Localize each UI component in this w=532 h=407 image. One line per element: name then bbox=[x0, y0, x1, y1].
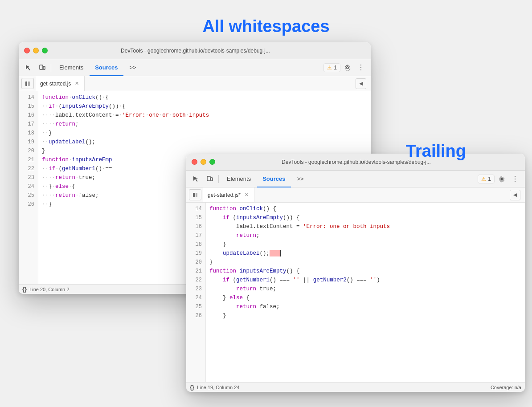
file-tab-collapse-bottom[interactable]: ◀ bbox=[510, 190, 520, 200]
code-line-18-top: ··} bbox=[42, 129, 367, 138]
svg-rect-3 bbox=[28, 81, 30, 86]
toolbar-bottom: Elements Sources >> ⚠ 1 ⋮ bbox=[186, 171, 525, 187]
file-tab-collapse-top[interactable]: ◀ bbox=[356, 78, 366, 89]
titlebar-bottom: DevTools - googlechrome.github.io/devtoo… bbox=[186, 154, 525, 171]
more-icon-top[interactable]: ⋮ bbox=[355, 61, 367, 74]
file-tab-top[interactable]: get-started.js ✕ bbox=[36, 76, 85, 91]
file-tab-close-bottom[interactable]: ✕ bbox=[243, 192, 250, 198]
devtools-window-bottom: DevTools - googlechrome.github.io/devtoo… bbox=[186, 154, 525, 392]
code-line-16-bottom: label.textContent = 'Error: one or both … bbox=[209, 222, 521, 231]
close-button-bottom[interactable] bbox=[192, 159, 197, 165]
titlebar-top: DevTools - googlechrome.github.io/devtoo… bbox=[19, 42, 371, 59]
file-panel-toggle-bottom[interactable] bbox=[189, 189, 201, 200]
warning-badge-top[interactable]: ⚠ 1 bbox=[323, 63, 340, 72]
warning-icon-top: ⚠ bbox=[327, 65, 332, 71]
code-line-20-bottom: } bbox=[209, 258, 521, 267]
maximize-button-bottom[interactable] bbox=[209, 159, 215, 165]
tab-sources-bottom[interactable]: Sources bbox=[257, 171, 291, 187]
inspect-icon-bottom[interactable] bbox=[190, 173, 202, 185]
code-line-19-top: ··updateLabel(); bbox=[42, 138, 367, 147]
code-line-17-bottom: return; bbox=[209, 231, 521, 240]
code-line-22-bottom: if (getNumber1() === '' || getNumber2() … bbox=[209, 276, 521, 285]
file-tab-end-top: ◀ bbox=[356, 76, 369, 91]
status-coverage-bottom: Coverage: n/a bbox=[491, 385, 521, 390]
code-lines-bottom: function onClick() { if (inputsAreEmpty(… bbox=[206, 203, 525, 382]
toolbar-top: Elements Sources >> ⚠ 1 ⋮ bbox=[19, 59, 371, 76]
warning-count-top: 1 bbox=[334, 65, 337, 71]
svg-rect-0 bbox=[40, 65, 43, 69]
device-icon[interactable] bbox=[36, 61, 48, 74]
device-icon-bottom[interactable] bbox=[203, 173, 216, 185]
svg-rect-7 bbox=[193, 193, 195, 197]
page-title-trailing: Trailing bbox=[406, 142, 466, 161]
code-line-15-top: ··if·(inputsAreEmpty())·{ bbox=[42, 102, 367, 111]
status-text-top: Line 20, Column 2 bbox=[29, 287, 69, 292]
minimize-button-bottom[interactable] bbox=[201, 159, 206, 165]
code-line-17-top: ····return; bbox=[42, 120, 367, 129]
maximize-button-top[interactable] bbox=[42, 48, 48, 53]
file-tabs-bottom: get-started.js* ✕ ◀ bbox=[186, 187, 525, 203]
settings-icon-bottom[interactable] bbox=[495, 173, 508, 185]
warning-badge-bottom[interactable]: ⚠ 1 bbox=[478, 175, 495, 183]
file-panel-toggle-top[interactable] bbox=[21, 78, 34, 89]
svg-rect-1 bbox=[43, 66, 45, 69]
file-tabs-top: get-started.js ✕ ◀ bbox=[19, 76, 371, 91]
code-line-15-bottom: if (inputsAreEmpty()) { bbox=[209, 213, 521, 222]
minimize-button-top[interactable] bbox=[33, 48, 39, 53]
code-line-21-bottom: function inputsAreEmpty() { bbox=[209, 267, 521, 276]
status-braces-top: {} bbox=[22, 286, 27, 293]
toolbar-separator-1 bbox=[51, 64, 51, 72]
file-tab-name-bottom: get-started.js* bbox=[208, 192, 241, 198]
file-tab-name-top: get-started.js bbox=[40, 81, 71, 87]
inspect-icon[interactable] bbox=[22, 61, 35, 74]
toolbar-separator-bottom bbox=[218, 175, 219, 183]
svg-rect-2 bbox=[25, 81, 27, 86]
code-area-bottom: 1415161718 1920212223 242526 function on… bbox=[186, 203, 525, 382]
traffic-lights-top bbox=[24, 48, 48, 53]
more-icon-bottom[interactable]: ⋮ bbox=[509, 173, 521, 185]
traffic-lights-bottom bbox=[192, 159, 215, 165]
file-tab-end-bottom: ◀ bbox=[510, 187, 523, 202]
svg-rect-4 bbox=[207, 176, 210, 181]
code-line-25-bottom: return false; bbox=[209, 302, 521, 311]
status-braces-bottom: {} bbox=[190, 384, 194, 391]
tab-more-bottom[interactable]: >> bbox=[292, 171, 309, 187]
file-tab-bottom[interactable]: get-started.js* ✕ bbox=[203, 187, 254, 202]
code-line-16-top: ····label.textContent·=·'Error:·one·or·b… bbox=[42, 111, 367, 120]
page-title-all: All whitespaces bbox=[202, 17, 329, 36]
code-line-14-top: function·onClick()·{ bbox=[42, 93, 367, 102]
titlebar-text-top: DevTools - googlechrome.github.io/devtoo… bbox=[52, 48, 339, 54]
tab-sources-top[interactable]: Sources bbox=[90, 59, 123, 76]
code-line-14-bottom: function onClick() { bbox=[209, 204, 521, 213]
tab-elements-bottom[interactable]: Elements bbox=[221, 171, 256, 187]
status-bar-bottom: {} Line 19, Column 24 Coverage: n/a bbox=[186, 382, 525, 392]
line-numbers-top: 1415161718 1920212223 242526 bbox=[19, 91, 38, 284]
warning-icon-bottom: ⚠ bbox=[481, 176, 486, 182]
line-numbers-bottom: 1415161718 1920212223 242526 bbox=[186, 203, 206, 382]
code-line-24-bottom: } else { bbox=[209, 293, 521, 302]
code-line-23-bottom: return true; bbox=[209, 285, 521, 293]
code-line-19-bottom: updateLabel(); bbox=[209, 249, 521, 258]
svg-rect-5 bbox=[211, 178, 213, 181]
close-button-top[interactable] bbox=[24, 48, 30, 53]
settings-icon-top[interactable] bbox=[341, 61, 354, 74]
tab-more-top[interactable]: >> bbox=[124, 59, 142, 76]
code-line-26-bottom: } bbox=[209, 311, 521, 320]
tab-elements-top[interactable]: Elements bbox=[54, 59, 89, 76]
svg-rect-8 bbox=[196, 193, 197, 197]
code-line-18-bottom: } bbox=[209, 240, 521, 249]
warning-count-bottom: 1 bbox=[488, 176, 491, 182]
status-text-bottom: Line 19, Column 24 bbox=[197, 385, 239, 390]
file-tab-close-top[interactable]: ✕ bbox=[74, 81, 80, 87]
